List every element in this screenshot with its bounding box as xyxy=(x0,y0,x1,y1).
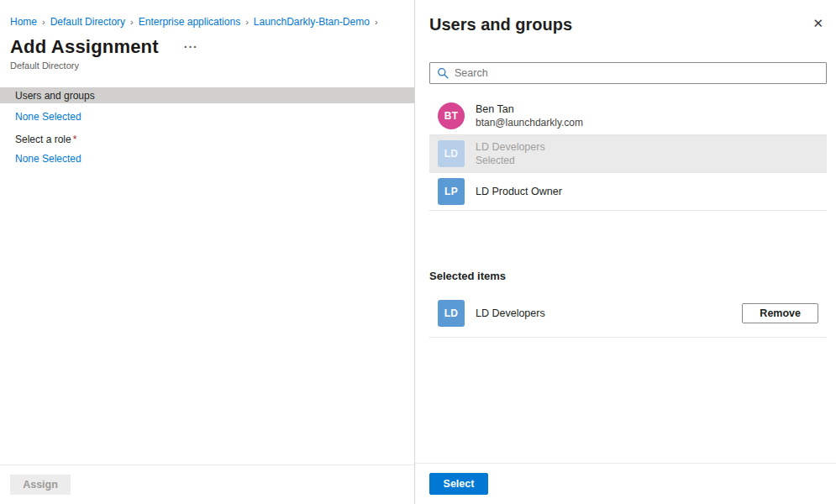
breadcrumb-separator: › xyxy=(42,17,45,27)
left-footer: Assign xyxy=(0,465,414,504)
avatar: LP xyxy=(438,178,465,205)
search-input[interactable] xyxy=(455,67,819,79)
selected-items-heading: Selected items xyxy=(429,270,827,282)
breadcrumb-link-enterprise-applications[interactable]: Enterprise applications xyxy=(139,16,240,28)
panel-title: Users and groups xyxy=(429,15,572,34)
page-subtitle: Default Directory xyxy=(0,60,414,71)
close-icon[interactable]: ✕ xyxy=(809,15,827,31)
avatar: LD xyxy=(438,140,465,167)
field-select-a-role-label: Select a role* xyxy=(15,134,414,145)
required-asterisk: * xyxy=(73,134,77,145)
avatar: BT xyxy=(438,102,465,129)
list-item-text: LD Developers Selected xyxy=(476,141,545,166)
field-users-and-groups-label: Users and groups xyxy=(15,90,95,102)
search-icon xyxy=(437,67,449,79)
breadcrumb-link-default-directory[interactable]: Default Directory xyxy=(50,16,125,28)
breadcrumb-separator: › xyxy=(375,17,378,27)
avatar: LD xyxy=(438,300,465,327)
select-button[interactable]: Select xyxy=(429,473,488,495)
list-item-name: LD Developers xyxy=(476,141,545,153)
list-item-name: LD Product Owner xyxy=(476,186,562,197)
list-item-status: Selected xyxy=(476,155,545,166)
breadcrumb-separator: › xyxy=(130,17,134,27)
field-users-and-groups: Users and groups xyxy=(0,87,414,103)
page-title: Add Assignment xyxy=(10,36,159,58)
more-options-button[interactable]: ··· xyxy=(181,38,202,56)
assign-button[interactable]: Assign xyxy=(10,475,71,495)
selected-item-name: LD Developers xyxy=(476,307,731,319)
list-item-text: LD Product Owner xyxy=(476,186,562,197)
select-a-role-none-selected-link[interactable]: None Selected xyxy=(15,153,81,165)
list-item-ld-product-owner[interactable]: LP LD Product Owner xyxy=(429,173,827,211)
list-item-ben-tan[interactable]: BT Ben Tan btan@launchdarkly.com xyxy=(429,97,827,135)
list-item-email: btan@launchdarkly.com xyxy=(476,117,583,129)
search-box[interactable] xyxy=(429,62,827,84)
panel-footer: Select xyxy=(415,463,836,504)
remove-button[interactable]: Remove xyxy=(742,303,818,323)
list-item-text: Ben Tan btan@launchdarkly.com xyxy=(476,103,583,129)
selected-item-ld-developers: LD LD Developers Remove xyxy=(429,295,827,338)
select-a-role-text: Select a role xyxy=(15,134,71,145)
breadcrumb-link-launchdarkly-btan-demo[interactable]: LaunchDarkly-Btan-Demo xyxy=(254,16,370,28)
breadcrumb-separator: › xyxy=(245,17,249,27)
add-assignment-screen: Home›Default Directory›Enterprise applic… xyxy=(0,0,836,504)
page-header: Add Assignment ··· xyxy=(0,36,414,58)
breadcrumb-link-home[interactable]: Home xyxy=(10,16,37,28)
users-and-groups-none-selected-link[interactable]: None Selected xyxy=(15,111,81,123)
picker-list: BT Ben Tan btan@launchdarkly.com LD LD D… xyxy=(429,97,827,211)
panel-header: Users and groups ✕ xyxy=(429,15,827,34)
list-item-name: Ben Tan xyxy=(476,103,583,115)
breadcrumb: Home›Default Directory›Enterprise applic… xyxy=(0,0,414,28)
add-assignment-pane: Home›Default Directory›Enterprise applic… xyxy=(0,0,414,504)
users-and-groups-panel: Users and groups ✕ BT Ben Tan btan@launc… xyxy=(414,0,836,504)
list-item-ld-developers: LD LD Developers Selected xyxy=(429,135,827,173)
